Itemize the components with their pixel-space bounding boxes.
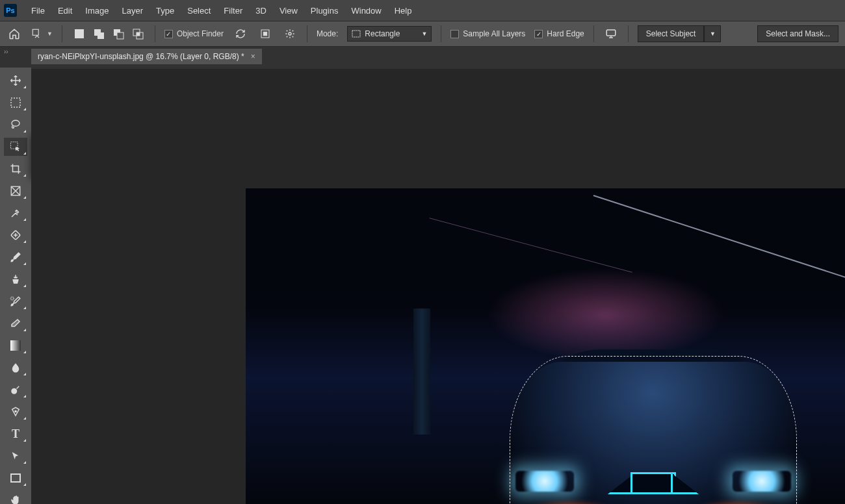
tool-hand[interactable]: [4, 491, 27, 504]
tool-dodge[interactable]: [4, 381, 27, 399]
divider: [307, 25, 307, 42]
tool-healing[interactable]: [4, 226, 27, 244]
menu-edit[interactable]: Edit: [51, 3, 79, 18]
hard-edge-checkbox[interactable]: [534, 30, 543, 38]
scene-line: [429, 218, 632, 273]
menu-window[interactable]: Window: [344, 3, 387, 18]
new-selection-icon[interactable]: [72, 26, 87, 42]
chevron-down-icon: ▼: [421, 31, 427, 37]
tool-object-select[interactable]: [4, 138, 27, 156]
svg-rect-2: [98, 32, 104, 39]
divider: [628, 25, 629, 42]
home-icon[interactable]: [6, 26, 22, 42]
svg-point-14: [12, 120, 20, 126]
menu-help[interactable]: Help: [388, 3, 419, 18]
menu-image[interactable]: Image: [79, 3, 115, 18]
intersect-selection-icon[interactable]: [130, 26, 146, 42]
tool-pen[interactable]: [4, 403, 27, 421]
tool-history-brush[interactable]: [4, 292, 27, 310]
close-icon[interactable]: ×: [251, 52, 255, 61]
svg-rect-19: [10, 340, 21, 351]
menu-file[interactable]: File: [25, 3, 51, 18]
svg-point-10: [289, 32, 291, 35]
select-and-mask-label: Select and Mask...: [766, 29, 830, 38]
sample-all-label: Sample All Layers: [463, 29, 525, 38]
chevron-down-icon: ▼: [710, 31, 716, 37]
svg-point-20: [12, 389, 17, 394]
tool-type[interactable]: T: [4, 425, 27, 443]
mode-value: Rectangle: [365, 29, 400, 38]
tool-path-select[interactable]: [4, 447, 27, 465]
svg-rect-11: [352, 31, 360, 37]
menu-type[interactable]: Type: [150, 3, 181, 18]
menu-view[interactable]: View: [273, 3, 304, 18]
tool-brush[interactable]: [4, 248, 27, 266]
scene-pillar: [413, 309, 430, 435]
hard-edge-label: Hard Edge: [547, 29, 584, 38]
tool-blur[interactable]: [4, 359, 27, 377]
mode-select[interactable]: Rectangle ▼: [347, 26, 432, 42]
svg-rect-12: [606, 30, 616, 36]
document-tab-strip: ryan-c-NEiPlxpYI-unsplash.jpg @ 16.7% (L…: [0, 47, 845, 66]
select-subject-label: Select Subject: [646, 29, 696, 38]
divider: [155, 25, 155, 42]
tool-marquee[interactable]: [4, 94, 27, 112]
tool-crop[interactable]: [4, 160, 27, 178]
mode-label: Mode:: [317, 29, 338, 38]
svg-point-18: [11, 297, 14, 300]
scene-car: [510, 362, 798, 504]
collapse-arrow-icon[interactable]: ››: [4, 48, 8, 55]
document-tab[interactable]: ryan-c-NEiPlxpYI-unsplash.jpg @ 16.7% (L…: [31, 49, 262, 64]
tool-move[interactable]: [4, 71, 27, 90]
divider: [593, 25, 594, 42]
object-finder-group[interactable]: Object Finder: [164, 29, 224, 38]
tool-clone[interactable]: [4, 270, 27, 288]
select-and-mask-button[interactable]: Select and Mask...: [757, 25, 838, 42]
svg-rect-4: [117, 32, 124, 39]
svg-rect-9: [263, 32, 266, 35]
menu-bar: Ps File Edit Image Layer Type Select Fil…: [0, 0, 845, 21]
scene-glow: [486, 268, 725, 362]
divider: [441, 25, 441, 42]
feedback-icon[interactable]: [603, 26, 619, 42]
svg-rect-22: [11, 474, 20, 482]
menu-filter[interactable]: Filter: [217, 3, 249, 18]
object-finder-label: Object Finder: [177, 29, 224, 38]
select-subject-button[interactable]: Select Subject ▼: [638, 25, 722, 42]
svg-rect-13: [11, 98, 20, 107]
chevron-down-icon: ▼: [47, 31, 53, 37]
svg-point-21: [15, 410, 16, 412]
overlay-options-icon[interactable]: [257, 26, 273, 42]
sample-all-layers-group[interactable]: Sample All Layers: [450, 29, 525, 38]
tools-panel: T: [0, 68, 31, 504]
tool-preset-picker[interactable]: ▼: [31, 28, 53, 40]
tool-gradient[interactable]: [4, 336, 27, 355]
select-subject-caret[interactable]: ▼: [704, 25, 721, 42]
hard-edge-group[interactable]: Hard Edge: [534, 29, 584, 38]
gear-icon[interactable]: [282, 26, 298, 42]
app-logo: Ps: [4, 4, 17, 17]
tool-eraser[interactable]: [4, 314, 27, 333]
options-bar: ▼ Object Finder Mode: Rectangle ▼ Sample…: [0, 21, 845, 47]
svg-rect-7: [136, 32, 140, 36]
tool-frame[interactable]: [4, 182, 27, 200]
tool-rectangle[interactable]: [4, 469, 27, 487]
tool-lasso[interactable]: [4, 116, 27, 134]
menu-layer[interactable]: Layer: [116, 3, 150, 18]
sample-all-checkbox[interactable]: [450, 30, 459, 38]
canvas-area: [31, 69, 845, 504]
selection-mode-group: [72, 26, 146, 42]
tool-eyedropper[interactable]: [4, 204, 27, 222]
menu-3d[interactable]: 3D: [249, 3, 273, 18]
menu-select[interactable]: Select: [181, 3, 217, 18]
add-selection-icon[interactable]: [91, 26, 107, 42]
document-image[interactable]: [246, 188, 845, 504]
refresh-icon[interactable]: [233, 26, 248, 42]
divider: [62, 25, 62, 42]
document-tab-title: ryan-c-NEiPlxpYI-unsplash.jpg @ 16.7% (L…: [38, 52, 244, 61]
subtract-selection-icon[interactable]: [110, 26, 126, 42]
menu-plugins[interactable]: Plugins: [304, 3, 345, 18]
svg-rect-0: [32, 29, 38, 35]
object-finder-checkbox[interactable]: [164, 30, 173, 38]
